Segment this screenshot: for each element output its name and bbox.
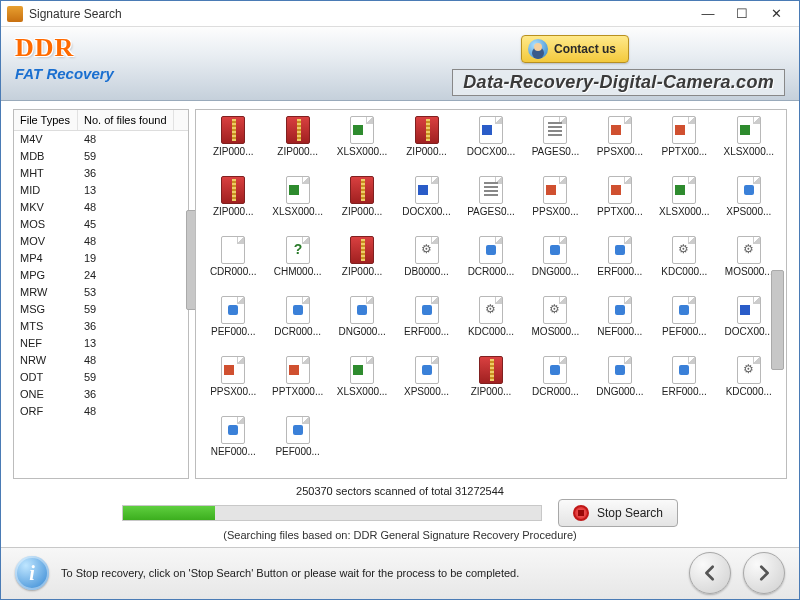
back-button[interactable] xyxy=(689,552,731,594)
file-label: XPS000... xyxy=(726,206,771,217)
file-type-row[interactable]: MSG59 xyxy=(14,301,188,318)
file-type-row[interactable]: ODT59 xyxy=(14,369,188,386)
file-item[interactable]: ZIP000... xyxy=(202,176,264,234)
file-label: ZIP000... xyxy=(342,206,383,217)
right-scrollbar-thumb[interactable] xyxy=(771,270,784,370)
close-button[interactable]: ✕ xyxy=(759,3,793,25)
file-types-body[interactable]: M4V48MDB59MHT36MID13MKV48MOS45MOV48MP419… xyxy=(14,131,188,478)
file-item[interactable]: XLSX000... xyxy=(718,116,780,174)
file-item[interactable]: ERF000... xyxy=(395,296,457,354)
file-item[interactable]: DOCX00... xyxy=(460,116,522,174)
file-type-row[interactable]: MRW53 xyxy=(14,284,188,301)
file-item[interactable]: DCR000... xyxy=(266,296,328,354)
file-label: ZIP000... xyxy=(213,146,254,157)
file-item[interactable]: PPSX00... xyxy=(524,176,586,234)
file-blue-icon xyxy=(479,236,503,264)
minimize-button[interactable]: — xyxy=(691,3,725,25)
file-item[interactable]: PPTX00... xyxy=(653,116,715,174)
file-ppt-icon xyxy=(221,356,245,384)
file-type-row[interactable]: M4V48 xyxy=(14,131,188,148)
file-item[interactable]: PPSX00... xyxy=(202,356,264,414)
stop-icon xyxy=(573,505,589,521)
file-label: XLSX000... xyxy=(337,386,388,397)
file-item[interactable]: PPTX00... xyxy=(589,176,651,234)
file-types-header: File Types No. of files found xyxy=(14,110,188,131)
file-item[interactable]: NEF000... xyxy=(589,296,651,354)
file-item[interactable]: CHM000... xyxy=(266,236,328,294)
file-type-count: 48 xyxy=(78,403,102,420)
file-item[interactable]: DB0000... xyxy=(395,236,457,294)
col-count[interactable]: No. of files found xyxy=(78,110,174,130)
file-type-row[interactable]: NRW48 xyxy=(14,352,188,369)
file-gear-icon xyxy=(415,236,439,264)
file-label: KDC000... xyxy=(468,326,514,337)
file-item[interactable]: CDR000... xyxy=(202,236,264,294)
file-label: KDC000... xyxy=(726,386,772,397)
progress-status: 250370 sectors scanned of total 31272544 xyxy=(13,485,787,497)
file-item[interactable]: MOS000... xyxy=(524,296,586,354)
file-item[interactable]: ERF000... xyxy=(653,356,715,414)
file-item[interactable]: PEF000... xyxy=(653,296,715,354)
file-type-count: 59 xyxy=(78,301,102,318)
file-type-count: 59 xyxy=(78,148,102,165)
file-item[interactable]: DNG000... xyxy=(589,356,651,414)
file-item[interactable]: XPS000... xyxy=(718,176,780,234)
file-type-row[interactable]: MDB59 xyxy=(14,148,188,165)
maximize-button[interactable]: ☐ xyxy=(725,3,759,25)
file-blue-icon xyxy=(608,296,632,324)
file-blue-icon xyxy=(286,416,310,444)
col-file-types[interactable]: File Types xyxy=(14,110,78,130)
file-type-row[interactable]: MOV48 xyxy=(14,233,188,250)
file-type-row[interactable]: MPG24 xyxy=(14,267,188,284)
titlebar: Signature Search — ☐ ✕ xyxy=(1,1,799,27)
file-item[interactable]: NEF000... xyxy=(202,416,264,474)
file-label: DCR000... xyxy=(532,386,579,397)
file-item[interactable]: DCR000... xyxy=(524,356,586,414)
file-type-row[interactable]: MTS36 xyxy=(14,318,188,335)
file-item[interactable]: ZIP000... xyxy=(460,356,522,414)
file-type-row[interactable]: MKV48 xyxy=(14,199,188,216)
file-item[interactable]: PAGES0... xyxy=(524,116,586,174)
file-type-row[interactable]: MID13 xyxy=(14,182,188,199)
file-item[interactable]: ZIP000... xyxy=(266,116,328,174)
file-item[interactable]: ZIP000... xyxy=(395,116,457,174)
file-item[interactable]: ZIP000... xyxy=(202,116,264,174)
file-type-row[interactable]: MP419 xyxy=(14,250,188,267)
file-item[interactable]: ERF000... xyxy=(589,236,651,294)
file-item[interactable]: ZIP000... xyxy=(331,176,393,234)
file-type-row[interactable]: MHT36 xyxy=(14,165,188,182)
file-type-row[interactable]: NEF13 xyxy=(14,335,188,352)
file-ppt-icon xyxy=(543,176,567,204)
file-item[interactable]: PPSX00... xyxy=(589,116,651,174)
file-item[interactable]: KDC000... xyxy=(653,236,715,294)
file-item[interactable]: PAGES0... xyxy=(460,176,522,234)
progress-area: 250370 sectors scanned of total 31272544… xyxy=(13,483,787,543)
file-item[interactable]: PPTX000... xyxy=(266,356,328,414)
file-item[interactable]: DCR000... xyxy=(460,236,522,294)
file-item[interactable]: DNG000... xyxy=(524,236,586,294)
file-item[interactable]: XLSX000... xyxy=(331,116,393,174)
file-item[interactable]: XPS000... xyxy=(395,356,457,414)
file-item[interactable]: XLSX000... xyxy=(331,356,393,414)
file-type-row[interactable]: MOS45 xyxy=(14,216,188,233)
file-type-count: 59 xyxy=(78,369,102,386)
file-icon-grid[interactable]: ZIP000...ZIP000...XLSX000...ZIP000...DOC… xyxy=(196,110,786,479)
file-ppt-icon xyxy=(608,176,632,204)
file-item[interactable]: KDC000... xyxy=(460,296,522,354)
stop-search-button[interactable]: Stop Search xyxy=(558,499,678,527)
file-type-row[interactable]: ORF48 xyxy=(14,403,188,420)
next-button[interactable] xyxy=(743,552,785,594)
file-item[interactable]: DOCX00... xyxy=(395,176,457,234)
file-label: DNG000... xyxy=(596,386,643,397)
file-item[interactable]: PEF000... xyxy=(266,416,328,474)
file-item[interactable]: ZIP000... xyxy=(331,236,393,294)
file-types-panel: File Types No. of files found M4V48MDB59… xyxy=(13,109,189,479)
file-label: PPTX000... xyxy=(272,386,323,397)
file-item[interactable]: DNG000... xyxy=(331,296,393,354)
file-item[interactable]: PEF000... xyxy=(202,296,264,354)
contact-us-button[interactable]: Contact us xyxy=(521,35,629,63)
file-ppt-icon xyxy=(672,116,696,144)
file-item[interactable]: XLSX000... xyxy=(266,176,328,234)
file-item[interactable]: XLSX000... xyxy=(653,176,715,234)
file-type-row[interactable]: ONE36 xyxy=(14,386,188,403)
